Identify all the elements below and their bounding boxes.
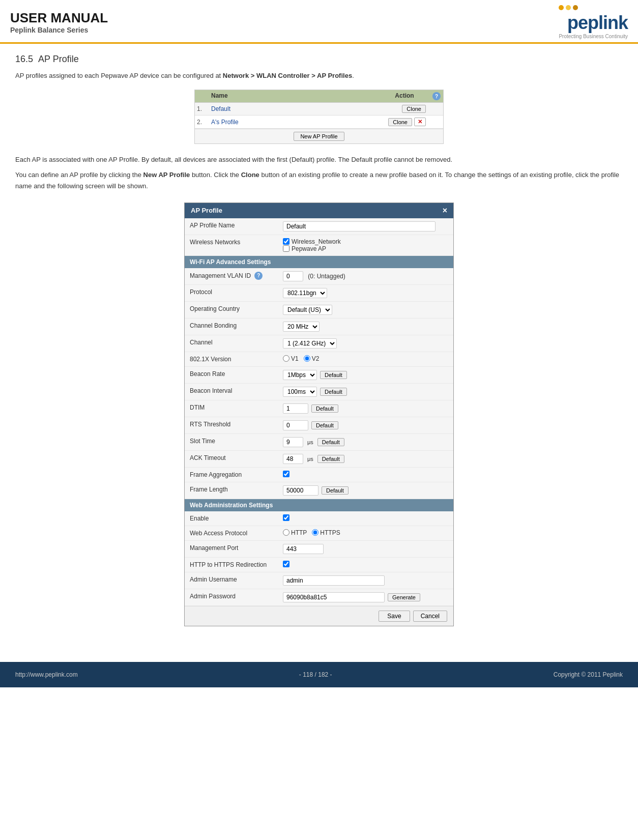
frame-length-input[interactable] <box>283 485 318 496</box>
channel-label: Channel <box>185 335 279 350</box>
wireless-network-checkbox-2[interactable] <box>283 245 289 252</box>
protocol-label: Protocol <box>185 285 279 299</box>
frame-aggregation-row: Frame Aggregation <box>185 468 453 482</box>
new-ap-profile-button[interactable]: New AP Profile <box>294 132 344 141</box>
footer-url[interactable]: http://www.peplink.com <box>15 671 78 678</box>
beacon-rate-field: 1Mbps Default <box>283 370 449 380</box>
rts-threshold-field: Default <box>283 420 449 430</box>
wireless-network-checkbox-1[interactable] <box>283 238 289 245</box>
operating-country-select[interactable]: Default (US) <box>283 305 332 315</box>
table-help-icon[interactable]: ? <box>432 92 441 100</box>
wireless-network-label-2: Pepwave AP <box>292 245 326 252</box>
ap-profile-name-input[interactable] <box>283 221 436 231</box>
dtim-input[interactable] <box>283 403 308 414</box>
footer-url-link[interactable]: http://www.peplink.com <box>15 671 78 678</box>
mgmt-vlan-help-icon[interactable]: ? <box>254 272 263 280</box>
logo-text: peplink <box>559 12 628 34</box>
beacon-interval-default-button[interactable]: Default <box>320 388 347 396</box>
wireless-networks-value: Wireless_Network Pepwave AP <box>279 235 453 255</box>
beacon-rate-default-button[interactable]: Default <box>320 371 347 379</box>
cancel-button[interactable]: Cancel <box>413 611 447 622</box>
ack-timeout-input[interactable] <box>283 454 303 464</box>
wireless-network-item-2: Pepwave AP <box>283 245 449 252</box>
header-help-col: ? <box>430 90 443 103</box>
rts-threshold-input[interactable] <box>283 420 308 430</box>
rts-threshold-row: RTS Threshold Default <box>185 417 453 434</box>
management-port-input[interactable] <box>283 544 324 554</box>
operating-country-row: Operating Country Default (US) <box>185 302 453 318</box>
channel-bonding-row: Channel Bonding 20 MHz <box>185 318 453 335</box>
ack-timeout-row: ACK Timeout μs Default <box>185 451 453 468</box>
8021x-v2-radio[interactable] <box>304 355 310 362</box>
bold-new-ap: New AP Profile <box>143 171 190 179</box>
footer-page-info: - 118 / 182 - <box>299 671 332 678</box>
http-https-redirect-checkbox[interactable] <box>283 561 289 567</box>
web-access-protocol-label: Web Access Protocol <box>185 526 279 540</box>
http-radio[interactable] <box>283 529 289 536</box>
body-paragraph-2: You can define an AP profile by clicking… <box>15 169 623 192</box>
ack-timeout-value: μs Default <box>279 451 453 467</box>
delete-button-2[interactable]: ✕ <box>414 118 426 126</box>
admin-password-input[interactable] <box>283 592 385 602</box>
ack-timeout-default-button[interactable]: Default <box>317 455 344 463</box>
mgmt-vlan-input[interactable] <box>283 271 303 281</box>
web-access-protocol-value: HTTP HTTPS <box>279 526 453 539</box>
clone-button-1[interactable]: Clone <box>402 105 426 113</box>
wifi-section: Management VLAN ID ? (0: Untagged) Proto… <box>185 268 453 499</box>
row-num: 1. <box>195 103 207 114</box>
rts-threshold-default-button[interactable]: Default <box>311 421 338 429</box>
rts-threshold-value: Default <box>279 417 453 433</box>
protocol-select[interactable]: 802.11bgn <box>283 288 327 298</box>
8021x-v2-label[interactable]: V2 <box>304 355 320 362</box>
frame-aggregation-label: Frame Aggregation <box>185 468 279 482</box>
wifi-section-header: Wi-Fi AP Advanced Settings <box>185 256 453 268</box>
8021x-v1-radio[interactable] <box>283 355 289 362</box>
8021x-v1-label[interactable]: V1 <box>283 355 299 362</box>
table-row: 2. A's Profile Clone ✕ <box>195 115 443 129</box>
https-label[interactable]: HTTPS <box>312 529 340 536</box>
beacon-interval-select[interactable]: 100ms <box>283 387 317 397</box>
intro-text: AP profiles assigned to each Pepwave AP … <box>15 72 223 79</box>
frame-length-label: Frame Length <box>185 482 279 497</box>
frame-length-row: Frame Length Default <box>185 482 453 499</box>
frame-length-default-button[interactable]: Default <box>322 486 349 495</box>
header-left: USER MANUAL Peplink Balance Series <box>10 10 108 34</box>
intro-bold: Network > WLAN Controller > AP Profiles <box>223 72 352 79</box>
beacon-interval-label: Beacon Interval <box>185 384 279 398</box>
channel-select[interactable]: 1 (2.412 GHz) <box>283 338 337 349</box>
frame-length-value: Default <box>279 482 453 499</box>
admin-username-value <box>279 572 453 589</box>
ap-profile-name-label: AP Profile Name <box>185 218 279 233</box>
clone-button-2[interactable]: Clone <box>388 118 412 126</box>
row-name-link[interactable]: Default <box>207 103 379 114</box>
beacon-interval-field: 100ms Default <box>283 387 449 397</box>
beacon-rate-select[interactable]: 1Mbps <box>283 370 317 380</box>
header-name-col: Name <box>207 90 379 103</box>
dtim-default-button[interactable]: Default <box>311 404 338 413</box>
admin-username-input[interactable] <box>283 575 385 586</box>
dialog-close-button[interactable]: × <box>443 206 447 215</box>
wireless-networks-label: Wireless Networks <box>185 235 279 249</box>
enable-checkbox[interactable] <box>283 514 289 521</box>
ack-timeout-label: ACK Timeout <box>185 451 279 465</box>
https-radio[interactable] <box>312 529 318 536</box>
beacon-rate-value: 1Mbps Default <box>279 367 453 383</box>
web-admin-section: Enable Web Access Protocol HTTP <box>185 511 453 606</box>
row-name-link[interactable]: A's Profile <box>207 117 379 128</box>
generate-password-button[interactable]: Generate <box>388 593 420 601</box>
frame-aggregation-checkbox[interactable] <box>283 471 289 477</box>
section-name: AP Profile <box>38 54 79 64</box>
slot-time-input[interactable] <box>283 437 303 447</box>
http-https-redirect-row: HTTP to HTTPS Redirection <box>185 558 453 572</box>
wireless-network-label-1: Wireless_Network <box>292 238 341 245</box>
rts-threshold-label: RTS Threshold <box>185 417 279 431</box>
channel-bonding-select[interactable]: 20 MHz <box>283 322 320 332</box>
frame-length-field: Default <box>283 485 449 496</box>
section-title: 16.5 AP Profile <box>15 54 623 65</box>
slot-time-default-button[interactable]: Default <box>317 438 344 446</box>
beacon-rate-label: Beacon Rate <box>185 367 279 381</box>
save-button[interactable]: Save <box>379 611 410 622</box>
table-row: 1. Default Clone <box>195 103 443 115</box>
http-label[interactable]: HTTP <box>283 529 307 536</box>
8021x-v1-text: V1 <box>291 355 299 362</box>
